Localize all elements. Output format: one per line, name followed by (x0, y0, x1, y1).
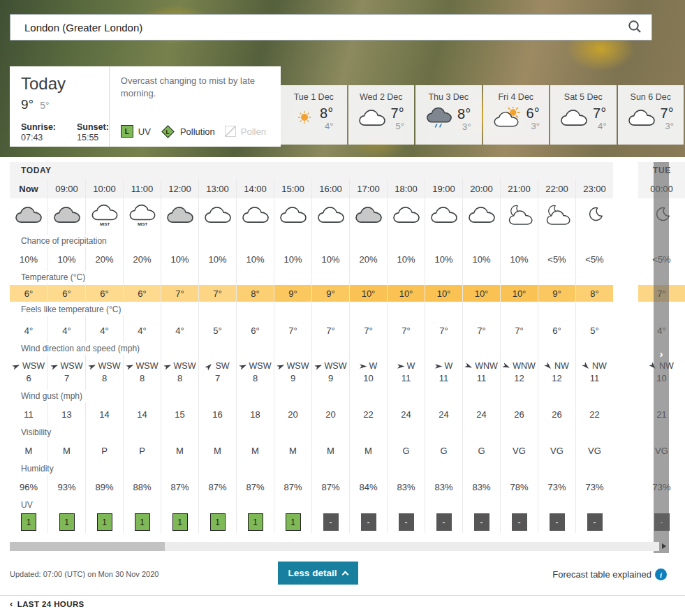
today-summary-card: Today 9°5° Sunrise:07:43 Sunset:15:55 Ov… (10, 66, 281, 147)
label-band-spacer (576, 233, 613, 249)
hour-column[interactable]: 10:00MIST20%6°4°WSW814P89%1 (85, 179, 123, 533)
forecast-table-explained-link[interactable]: Forecast table explained (552, 569, 651, 580)
day-tab[interactable]: Tue 1 Dec 8° 4° (281, 85, 347, 145)
humidity-value: 83% (434, 482, 452, 492)
temperature-value: 10° (362, 288, 376, 299)
humidity-value: 83% (472, 482, 490, 492)
wind-speed: 10 (363, 373, 373, 383)
sun-cloud-icon (492, 107, 522, 131)
day-tab[interactable]: Wed 2 Dec 7° 5° (348, 85, 415, 145)
wind-direction: WSW (315, 361, 347, 371)
visibility-value: VG (588, 446, 601, 456)
label-band-spacer (237, 233, 274, 249)
label-band-spacer (350, 388, 387, 404)
humidity-value: 84% (359, 482, 377, 492)
label-band-spacer (501, 497, 538, 511)
visibility-value: P (139, 446, 145, 456)
wind-speed: 8 (177, 373, 182, 383)
label-band-spacer (48, 425, 85, 440)
scrollbar-right-arrow-icon[interactable] (662, 543, 666, 549)
moon-icon (587, 207, 603, 226)
feels-value: 5° (213, 325, 221, 336)
label-band-spacer (86, 270, 123, 285)
day-tab[interactable]: Sun 6 Dec 7° 3° (618, 85, 684, 145)
last-24-hours-link[interactable]: ‹ LAST 24 HOURS (10, 599, 84, 609)
hour-time-label: 11:00 (131, 184, 154, 194)
day-high-temp: 8° (457, 107, 471, 122)
label-band-spacer (237, 497, 274, 511)
label-band-spacer (576, 497, 613, 511)
search-input[interactable] (10, 15, 618, 40)
label-band-spacer (463, 270, 500, 285)
scroll-next-button[interactable]: › (654, 348, 669, 360)
label-band-spacer (425, 341, 462, 356)
day-tab-temps: 7° 3° (661, 106, 674, 131)
day-tab[interactable]: Fri 4 Dec 6° 3° (483, 85, 550, 145)
label-band-spacer (86, 388, 123, 404)
sunrise-block: Sunrise:07:43 (21, 122, 56, 142)
hour-column[interactable]: 22:00<5%9°6°NW1226VG73%- (538, 179, 575, 533)
hour-column[interactable]: 14:0010%8°6°WSW818M87%1 (236, 179, 274, 533)
hour-column[interactable]: 09:0010%6°4°WSW713M93%1 (47, 179, 85, 533)
wind-arrow-icon (51, 362, 59, 370)
hour-column[interactable]: 23:00<5%8°5°NW1122VG73%- (575, 179, 613, 533)
uv-index-badge: 1 (97, 513, 112, 531)
label-band-spacer (388, 425, 425, 440)
day-high-temp: 7° (661, 106, 674, 121)
day-tab[interactable]: Sat 5 Dec 7° 4° (550, 85, 617, 145)
label-band-spacer (425, 233, 462, 249)
vertical-scroll-strip[interactable]: › (654, 162, 669, 553)
wind-arrow-icon (126, 362, 134, 370)
wind-arrow-icon (89, 362, 96, 370)
today-card-left: Today 9°5° Sunrise:07:43 Sunset:15:55 (10, 66, 109, 147)
horizontal-scrollbar[interactable] (10, 542, 659, 551)
label-band-spacer (538, 388, 575, 404)
today-card-right: Overcast changing to mist by late mornin… (109, 66, 284, 147)
hour-column[interactable]: 18:0010%10°7°W1124G83%- (387, 179, 425, 533)
hour-column[interactable]: 13:0010%7°5°SW716M87%1 (198, 179, 236, 533)
hour-time-label: 21:00 (508, 184, 531, 194)
day-high-temp: 7° (391, 106, 404, 121)
temperature-value: 6° (138, 288, 146, 299)
label-band-spacer (10, 270, 47, 285)
label-band-spacer (312, 425, 349, 440)
label-band-spacer (86, 341, 123, 356)
label-band-spacer (463, 233, 500, 249)
hour-column[interactable]: 16:0010%9°7°WSW920M87%- (311, 179, 349, 533)
hourly-forecast-table: TODAY TUE Now10%6°4°WSW611M96%109:0010%6… (0, 157, 685, 559)
hour-column[interactable]: 15:0010%9°7°WSW920M87%1 (274, 179, 311, 533)
label-band-spacer (388, 270, 425, 285)
hour-column[interactable]: Now10%6°4°WSW611M96%1 (10, 179, 47, 533)
hour-column[interactable]: 20:0010%10°7°WNW1124G83%- (462, 179, 500, 533)
horizontal-scrollbar-thumb[interactable] (10, 542, 165, 551)
search-button[interactable] (618, 15, 651, 40)
less-detail-button[interactable]: Less detail (278, 562, 358, 585)
label-band-spacer (237, 425, 274, 440)
uv-index-badge: - (361, 513, 376, 531)
hour-column[interactable]: 19:0010%10°7°W1124G83%- (425, 179, 462, 533)
wind-direction: NW (582, 361, 607, 371)
sunny-icon (294, 107, 315, 131)
precip-value: 10% (283, 254, 302, 265)
table-footer: Updated: 07:00 (UTC) on Mon 30 Nov 2020 … (0, 559, 685, 591)
hour-column[interactable]: 12:0010%7°4°WSW815M87%1 (161, 179, 198, 533)
wind-speed: 11 (590, 373, 600, 383)
hour-column[interactable]: 11:00MIST20%6°4°WSW814P88%1 (123, 179, 161, 533)
info-icon[interactable]: i (655, 569, 667, 580)
precip-value: 10% (472, 254, 490, 265)
visibility-value: G (440, 446, 447, 456)
hour-column[interactable]: 21:0010%10°7°WNW1226VG78%- (500, 179, 538, 533)
day-tab[interactable]: Thu 3 Dec 8° 3° (415, 85, 482, 145)
day-tab-label: Sat 5 Dec (564, 92, 603, 102)
wind-arrow-icon (205, 362, 213, 370)
humidity-value: 78% (510, 482, 528, 492)
hour-column[interactable]: 17:0020%10°7°W1022M84%- (349, 179, 387, 533)
precip-value: 10% (510, 254, 528, 265)
precip-value: <5% (547, 254, 566, 265)
cloud-white-icon (279, 205, 307, 226)
label-band-spacer (350, 425, 387, 440)
wind-arrow-icon (360, 362, 367, 370)
label-band-spacer (538, 233, 575, 249)
gust-value: 11 (24, 409, 34, 420)
label-band-spacer (161, 270, 198, 285)
